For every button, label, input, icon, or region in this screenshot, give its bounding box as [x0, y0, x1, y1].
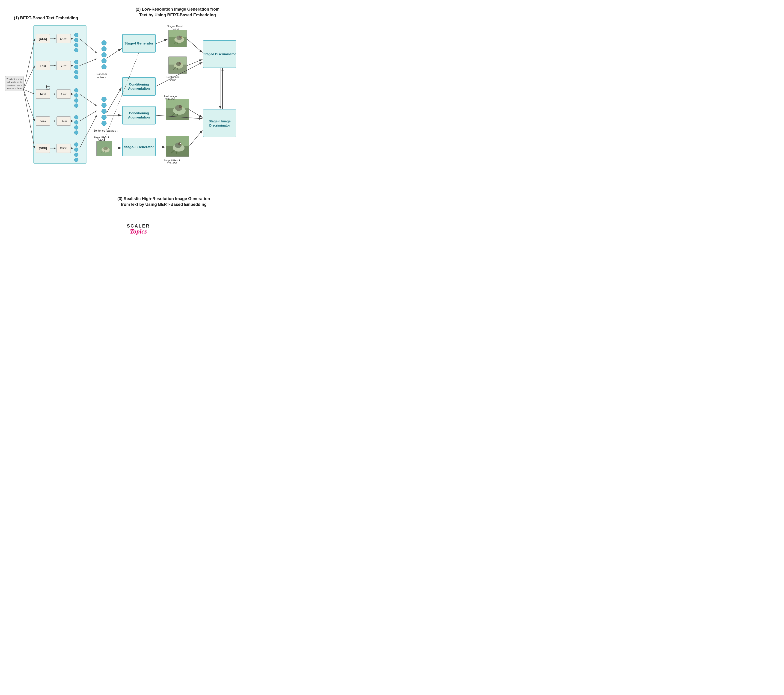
- svg-point-22: [181, 106, 181, 107]
- embed-cls: E[CLS]: [56, 34, 71, 43]
- svg-line-65: [104, 53, 139, 141]
- svg-line-34: [23, 89, 35, 121]
- embed-this: EThis: [56, 61, 71, 70]
- svg-point-4: [107, 147, 107, 148]
- svg-point-15: [179, 62, 181, 64]
- svg-line-31: [23, 39, 35, 89]
- svg-line-55: [156, 39, 168, 44]
- stage1-result-small-label: Stage-I Result64x64: [93, 136, 110, 141]
- title-low-res-generation: (2) Low-Resolution Image Generation from…: [134, 7, 221, 18]
- svg-line-60: [189, 110, 203, 118]
- title-high-res-generation: (3) Realistic High-Resolution Image Gene…: [111, 196, 217, 207]
- stage2-result-image: [166, 136, 189, 157]
- dot-col-bird: [74, 88, 78, 108]
- svg-line-52: [107, 88, 122, 113]
- sentence-features-label: Sentence features h: [93, 129, 118, 132]
- svg-point-10: [181, 36, 181, 37]
- token-sep: [SEP]: [36, 144, 50, 153]
- embed-sep: E[SEP]: [56, 144, 71, 153]
- token-bird: bird: [36, 89, 50, 99]
- real-image-64: [168, 56, 187, 74]
- stage2-result-label: Stage-II Result256x256: [164, 159, 181, 164]
- svg-point-21: [179, 105, 182, 108]
- title-bert-embedding: (1) BERT-Based Text Embedding: [14, 16, 78, 21]
- stage1-result-label: Stage-I Result64x64: [167, 25, 183, 30]
- token-this: This: [36, 61, 50, 70]
- cond-aug-1-box: Conditioning Augmentation: [122, 77, 156, 96]
- svg-line-62: [189, 130, 203, 146]
- svg-line-58: [187, 59, 203, 66]
- stage1-result-input-image: [96, 141, 112, 156]
- text-description: This bird is grey with white on its ches…: [5, 76, 23, 91]
- token-beak: beak: [36, 117, 50, 126]
- real-image-64-label: Real Image64x64: [166, 76, 180, 81]
- stage1-generator-box: Stage-I Generator: [122, 34, 156, 53]
- real-image-256: [166, 99, 189, 120]
- scaler-logo: SCALER Topics: [127, 223, 150, 235]
- stage1-result-image: [168, 30, 187, 47]
- embed-beak: Ebeak: [56, 117, 71, 126]
- svg-point-27: [178, 142, 181, 145]
- svg-point-8: [176, 36, 182, 40]
- noise-dots: [102, 40, 107, 69]
- svg-point-9: [180, 36, 182, 38]
- dot-col-beak: [74, 115, 78, 135]
- dot-col-this: [74, 60, 78, 79]
- svg-line-32: [23, 66, 35, 89]
- sentence-dots: [102, 97, 107, 126]
- stage2-generator-box: Stage-II Generator: [122, 138, 156, 156]
- embed-bird: Ebird: [56, 89, 71, 99]
- svg-line-35: [23, 89, 35, 148]
- noise-label: Randomnoise z: [96, 72, 107, 79]
- cond-aug-2-box: Conditioning Augmentation: [122, 106, 156, 125]
- svg-point-3: [105, 146, 107, 148]
- svg-line-56: [187, 39, 203, 53]
- stage1-discriminator-box: Stage-I Discriminator: [203, 40, 236, 68]
- svg-line-33: [23, 89, 35, 94]
- svg-point-16: [180, 62, 181, 63]
- token-cls: [CLS]: [36, 34, 50, 43]
- dot-col-cls: [74, 33, 78, 53]
- svg-point-28: [180, 143, 181, 144]
- real-image-256-label: Real Image256x256: [164, 95, 177, 100]
- stage2-discriminator-box: Stage-II Image Discriminator: [203, 110, 236, 137]
- dot-col-sep: [74, 143, 78, 162]
- svg-line-51: [107, 48, 122, 58]
- topics-text: Topics: [127, 228, 150, 235]
